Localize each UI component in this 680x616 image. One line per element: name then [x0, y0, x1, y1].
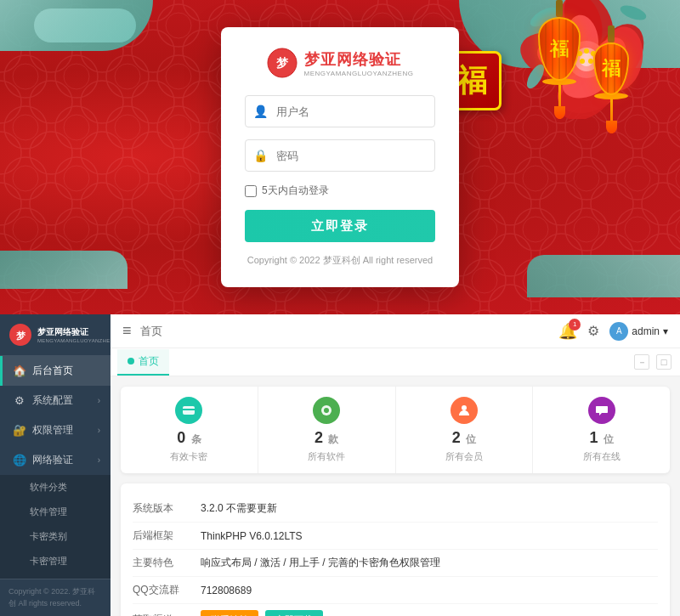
sidebar-item-dashboard[interactable]: 🏠 后台首页	[0, 356, 110, 386]
info-row-qq: QQ交流群 712808689	[133, 577, 658, 604]
stat-cards-icon	[175, 397, 202, 424]
user-icon: 👤	[253, 105, 268, 118]
login-button[interactable]: 立即登录	[245, 210, 435, 242]
hamburger-button[interactable]: ≡	[122, 322, 132, 340]
username-wrap: 👤	[245, 95, 435, 127]
sidebar-menu: 🏠 后台首页 ⚙ 系统配置 › 🔐 权限管理 › �	[0, 356, 110, 579]
user-avatar: A	[609, 322, 628, 341]
remember-checkbox[interactable]	[245, 185, 257, 197]
lantern-top-1	[556, 0, 563, 17]
remember-label: 5天内自动登录	[262, 184, 329, 198]
notification-badge: 1	[569, 319, 581, 331]
lantern-tassel-2	[610, 99, 613, 133]
login-section: 福 梦 梦亚网络验证 MENGYAMANGLUOYANZHENG 👤 🔒	[0, 0, 680, 314]
fu-text: 福	[456, 60, 487, 102]
svg-rect-34	[183, 409, 195, 410]
info-label-version: 系统版本	[133, 501, 201, 516]
stat-online-value: 1 位	[589, 429, 613, 447]
tab-header-row: 首页 － □	[110, 348, 680, 376]
info-value-qq: 712808689	[201, 585, 658, 596]
stat-software-icon	[313, 397, 340, 424]
logo-title: 梦亚网络验证	[304, 49, 414, 70]
stat-members-label: 所有会员	[445, 450, 483, 463]
top-bar-right: 🔔 1 ⚙ A admin ▾	[558, 322, 668, 341]
minimize-button[interactable]: －	[634, 354, 649, 370]
sidebar-sub-card-category[interactable]: 卡密类别	[0, 524, 110, 549]
info-row-features: 主要特色 响应式布局 / 激活 / 用上手 / 完善的卡密角色权限管理	[133, 550, 658, 577]
lantern-body-2	[593, 42, 629, 95]
login-copyright: Copyright © 2022 梦亚科创 All right reserved	[245, 254, 435, 267]
sidebar-sub-card-manage[interactable]: 卡密管理	[0, 549, 110, 574]
tab-home[interactable]: 首页	[117, 349, 169, 376]
lantern-top-2	[608, 25, 615, 42]
stat-card-software: 2 款 所有软件	[258, 387, 396, 473]
lantern-1	[538, 0, 581, 133]
sidebar-item-permission[interactable]: 🔐 权限管理 ›	[0, 415, 110, 445]
permission-chevron: ›	[98, 426, 100, 435]
sidebar-system-label: 系统配置	[32, 393, 73, 408]
system-icon: ⚙	[13, 394, 26, 407]
sidebar-item-system[interactable]: ⚙ 系统配置 ›	[0, 386, 110, 415]
breadcrumb: 首页	[140, 324, 162, 339]
login-card: 梦 梦亚网络验证 MENGYAMANGLUOYANZHENG 👤 🔒 5天内自动…	[221, 27, 459, 287]
system-chevron: ›	[98, 396, 100, 405]
logo-icon: 梦	[267, 48, 298, 78]
info-label-features: 主要特色	[133, 556, 201, 570]
notification-button[interactable]: 🔔 1	[558, 322, 577, 341]
maximize-button[interactable]: □	[656, 354, 672, 370]
top-bar-left: ≡ 首页	[122, 322, 162, 340]
stat-online-label: 所有在线	[583, 450, 620, 463]
network-icon: 🌐	[13, 454, 26, 466]
lock-icon: 🔒	[253, 149, 268, 162]
info-label-framework: 后端框架	[133, 528, 201, 543]
sidebar-logo: 梦 梦亚网络验证 MENGYAMANGLUOYANZHENG	[0, 314, 110, 356]
user-info[interactable]: A admin ▾	[609, 322, 668, 341]
permission-icon: 🔐	[13, 424, 26, 437]
svg-point-36	[324, 408, 329, 413]
tab-home-dot	[128, 358, 134, 365]
tab-bar: 首页	[110, 348, 632, 376]
username-input[interactable]	[245, 95, 435, 127]
info-label-qq: QQ交流群	[133, 583, 201, 597]
sidebar-network-label: 网络验证	[32, 453, 73, 467]
contact-webmaster-button[interactable]: 联系站长	[201, 610, 258, 616]
svg-text:梦: 梦	[16, 331, 26, 341]
sidebar-brand-title: 梦亚网络验证	[37, 326, 110, 338]
stats-row: 0 条 有效卡密 2 款 所有软件	[121, 387, 670, 473]
cloud-bottom-left	[0, 246, 136, 289]
stat-card-cards: 0 条 有效卡密	[121, 387, 258, 473]
logo-subtitle: MENGYAMANGLUOYANZHENG	[304, 70, 414, 77]
sidebar-sub-software-manage[interactable]: 软件管理	[0, 500, 110, 524]
sidebar-sub-software-category[interactable]: 软件分类	[0, 475, 110, 500]
sidebar-brand-sub: MENGYAMANGLUOYANZHENG	[37, 338, 110, 343]
info-label-channel: 获取渠道	[133, 613, 201, 616]
sidebar-logo-icon: 梦	[8, 323, 32, 347]
settings-button[interactable]: ⚙	[587, 323, 599, 339]
copyright-text: Copyright © 2022 梦亚科创 All right reserved	[247, 255, 433, 265]
sidebar-item-network[interactable]: 🌐 网络验证 ›	[0, 445, 110, 475]
network-chevron: ›	[98, 455, 100, 465]
sidebar-sub-menu: 软件分类 软件管理 卡密类别 卡密管理 普通用户 全部用户	[0, 475, 110, 579]
dashboard-icon: 🏠	[13, 365, 26, 377]
remember-row: 5天内自动登录	[245, 184, 435, 198]
user-dropdown-icon: ▾	[663, 325, 668, 337]
info-value-framework: ThinkPHP V6.0.12LTS	[201, 530, 658, 542]
lantern-tassel-1	[558, 85, 561, 119]
login-logo: 梦 梦亚网络验证 MENGYAMANGLUOYANZHENG	[245, 48, 435, 78]
admin-section: 梦 梦亚网络验证 MENGYAMANGLUOYANZHENG 🏠 后台首页 ⚙ …	[0, 314, 680, 616]
breadcrumb-home: 首页	[140, 324, 162, 339]
password-input[interactable]	[245, 139, 435, 172]
top-bar: ≡ 首页 🔔 1 ⚙ A admin ▾	[110, 314, 680, 348]
stat-software-label: 所有软件	[308, 450, 345, 463]
window-controls: － □	[632, 354, 672, 370]
main-content: ≡ 首页 🔔 1 ⚙ A admin ▾	[110, 314, 680, 616]
stat-online-icon	[588, 397, 615, 424]
dashboard-content: 0 条 有效卡密 2 款 所有软件	[110, 376, 680, 616]
logo-text-block: 梦亚网络验证 MENGYAMANGLUOYANZHENG	[304, 49, 414, 77]
sidebar-footer: Copyright © 2022. 梦亚科创 All rights reserv…	[0, 579, 110, 616]
stat-members-value: 2 位	[452, 429, 476, 447]
sidebar: 梦 梦亚网络验证 MENGYAMANGLUOYANZHENG 🏠 后台首页 ⚙ …	[0, 314, 110, 616]
svg-point-37	[462, 405, 467, 410]
download-now-button[interactable]: 立即下载	[265, 610, 323, 616]
sidebar-logo-text: 梦亚网络验证 MENGYAMANGLUOYANZHENG	[37, 326, 110, 343]
